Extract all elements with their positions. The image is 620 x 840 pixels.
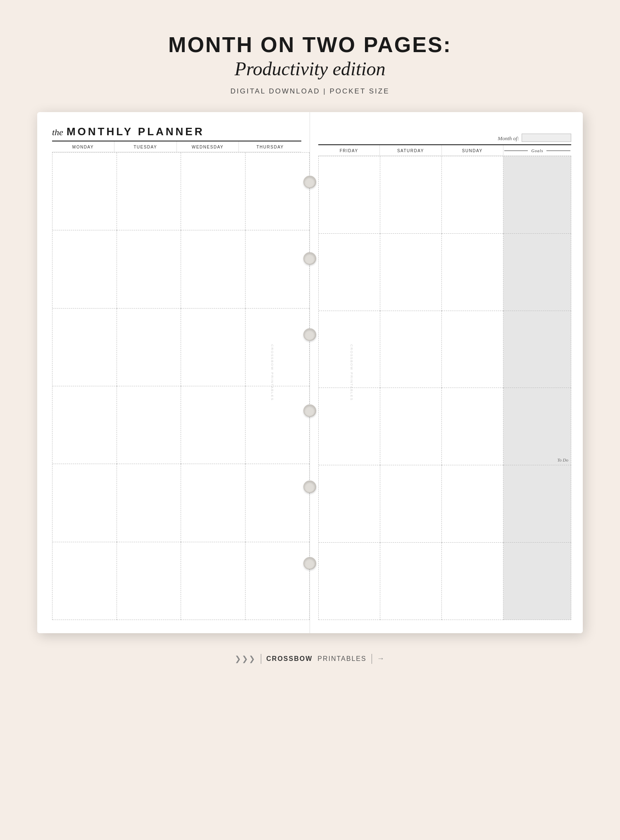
table-row — [52, 309, 117, 386]
brand-name: CROSSBOW — [266, 655, 312, 663]
table-row — [380, 156, 442, 234]
table-row — [181, 542, 246, 620]
table-row — [503, 543, 571, 620]
table-row — [181, 309, 246, 386]
ring — [303, 176, 316, 188]
watermark-left: CROSSBOW PRINTABLES — [270, 344, 274, 401]
ring — [303, 252, 316, 265]
day-wednesday: WEDNESDAY — [177, 141, 239, 152]
table-row — [117, 386, 181, 464]
table-row — [246, 230, 310, 308]
table-row — [246, 309, 310, 386]
ring — [303, 557, 316, 570]
day-saturday: SATURDAY — [380, 145, 441, 156]
the-label: the — [52, 127, 63, 138]
table-row — [380, 234, 442, 311]
month-of-label: Month of: — [498, 135, 519, 142]
table-row — [246, 464, 310, 542]
table-row — [181, 153, 246, 230]
table-row — [442, 311, 503, 388]
day-monday: MONDAY — [52, 141, 114, 152]
table-row — [442, 465, 503, 543]
table-row — [52, 542, 117, 620]
page-right: Month of: FRIDAY SATURDAY SUNDAY Goals — [310, 112, 583, 633]
table-row — [380, 388, 442, 465]
subtitle-italic: Productivity edition — [168, 57, 452, 81]
format-label: DIGITAL DOWNLOAD | POCKET SIZE — [168, 87, 452, 96]
table-row — [380, 465, 442, 543]
table-row — [52, 386, 117, 464]
day-tuesday: TUESDAY — [114, 141, 177, 152]
main-title: MONTH ON TWO PAGES: — [168, 33, 452, 57]
month-of-input-box[interactable] — [522, 134, 571, 142]
table-row — [442, 156, 503, 234]
rings-right — [303, 112, 316, 633]
day-thursday: THURSDAY — [239, 141, 301, 152]
table-row — [117, 309, 181, 386]
table-row — [503, 156, 571, 234]
ring — [303, 481, 316, 493]
footer-branding: ❯❯❯ CROSSBOW PRINTABLES → — [235, 654, 385, 664]
table-row — [52, 153, 117, 230]
table-row — [380, 543, 442, 620]
brand-divider — [261, 654, 261, 664]
table-row — [319, 156, 380, 234]
table-row — [246, 542, 310, 620]
page-header: MONTH ON TWO PAGES: Productivity edition… — [168, 33, 452, 96]
table-row — [319, 465, 380, 543]
watermark-right: CROSSBOW PRINTABLES — [350, 344, 353, 401]
brand-divider-right — [372, 654, 372, 664]
right-page-header: Month of: — [318, 125, 583, 142]
left-page-header: the MONTHLY PLANNER — [52, 125, 310, 138]
table-row — [319, 543, 380, 620]
calendar-grid-right: To Do — [318, 156, 571, 620]
table-row — [117, 153, 181, 230]
to-do-label: To Do — [557, 457, 568, 462]
goals-header: Goals — [503, 145, 571, 156]
table-row — [503, 234, 571, 311]
ring — [303, 404, 316, 417]
left-day-headers: MONDAY TUESDAY WEDNESDAY THURSDAY — [52, 141, 301, 152]
table-row: To Do — [503, 388, 571, 465]
arrow-left-icon: ❯❯❯ — [235, 654, 256, 663]
table-row — [181, 386, 246, 464]
table-row — [442, 388, 503, 465]
page-left: the MONTHLY PLANNER MONDAY TUESDAY WEDNE… — [37, 112, 310, 633]
day-friday: FRIDAY — [318, 145, 380, 156]
table-row — [503, 311, 571, 388]
table-row — [246, 153, 310, 230]
ring — [303, 328, 316, 341]
table-row — [52, 230, 117, 308]
table-row — [117, 230, 181, 308]
brand-sub: PRINTABLES — [317, 655, 366, 663]
table-row — [117, 464, 181, 542]
table-row — [117, 542, 181, 620]
arrow-right-icon: → — [377, 654, 385, 663]
table-row — [503, 465, 571, 543]
planner-spread: the MONTHLY PLANNER MONDAY TUESDAY WEDNE… — [37, 112, 583, 633]
table-row — [380, 311, 442, 388]
table-row — [181, 230, 246, 308]
table-row — [319, 234, 380, 311]
day-sunday: SUNDAY — [442, 145, 503, 156]
monthly-planner-label: MONTHLY PLANNER — [67, 125, 205, 138]
right-day-headers: FRIDAY SATURDAY SUNDAY Goals — [318, 145, 571, 156]
table-row — [52, 464, 117, 542]
table-row — [442, 234, 503, 311]
table-row — [442, 543, 503, 620]
table-row — [246, 386, 310, 464]
table-row — [181, 464, 246, 542]
